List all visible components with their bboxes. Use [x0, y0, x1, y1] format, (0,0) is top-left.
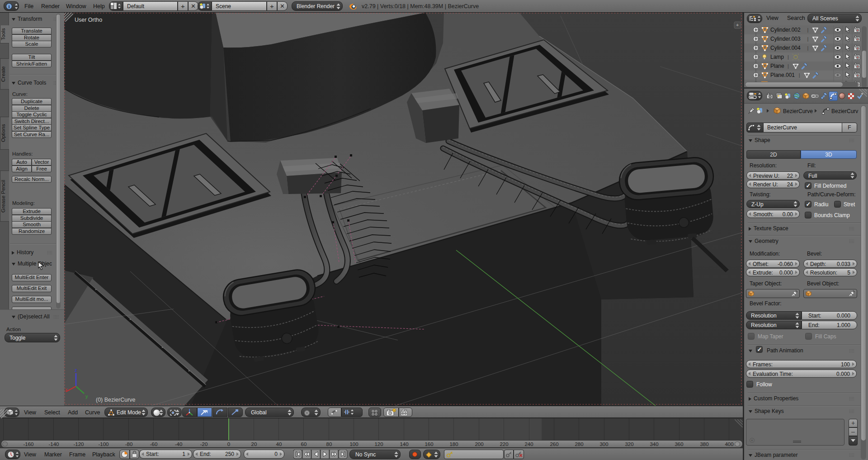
svg-text:Plane: Plane [770, 63, 784, 69]
svg-text:|: | [788, 54, 789, 60]
svg-text:(0) BezierCurve: (0) BezierCurve [96, 397, 136, 403]
svg-text:Lamp: Lamp [770, 54, 784, 60]
svg-text:|: | [807, 36, 808, 42]
svg-text:z: z [75, 367, 77, 373]
svg-text:Cylinder.004: Cylinder.004 [770, 45, 801, 51]
svg-text:+: + [393, 409, 395, 412]
svg-text:|: | [799, 72, 800, 78]
svg-text:|: | [807, 27, 808, 33]
svg-text:|: | [788, 63, 789, 69]
svg-text:i: i [8, 4, 9, 9]
svg-text:Cylinder.003: Cylinder.003 [770, 36, 801, 42]
svg-text:+: + [736, 22, 739, 28]
svg-text:User Ortho: User Ortho [75, 17, 102, 23]
svg-text:y: y [85, 394, 88, 399]
svg-text:|: | [807, 45, 808, 51]
svg-text:x: x [65, 387, 68, 392]
svg-text:Cylinder.002: Cylinder.002 [770, 27, 801, 33]
svg-text:Plane.001: Plane.001 [770, 72, 795, 78]
